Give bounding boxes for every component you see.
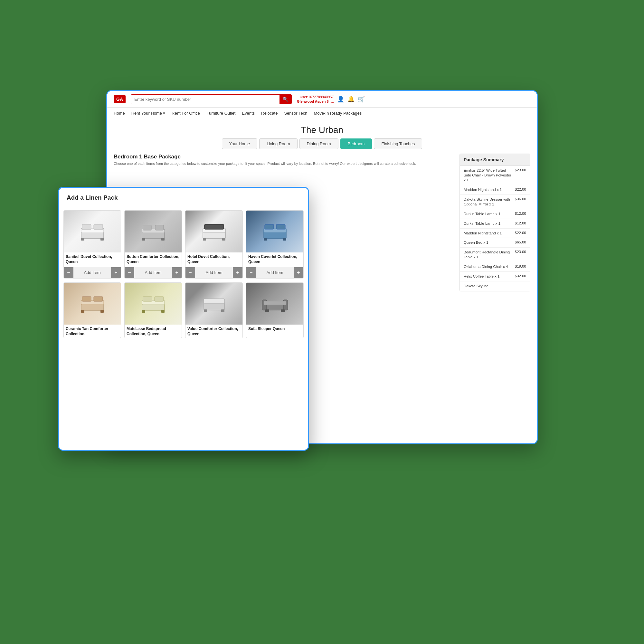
product-name-matelasse: Matelasse Bedspread Collection, Queen (125, 325, 182, 338)
search-button[interactable]: 🔍 (279, 95, 291, 104)
svg-rect-45 (281, 309, 285, 312)
svg-rect-2 (81, 238, 84, 241)
svg-rect-3 (100, 238, 104, 241)
nav-movein[interactable]: Move-In Ready Packages (314, 111, 362, 116)
nav-sensor[interactable]: Sensor Tech (284, 111, 307, 116)
nav-relocate[interactable]: Relocate (261, 111, 278, 116)
svg-rect-34 (155, 297, 164, 301)
svg-rect-27 (82, 297, 91, 301)
summary-item-5: Madden Nightstand x 1 $22.00 (460, 229, 530, 238)
summary-item-10: Dakota Skyline (460, 281, 530, 291)
svg-rect-19 (264, 238, 267, 241)
svg-rect-44 (265, 309, 269, 312)
product-name-sutton: Sutton Comforter Collection, Queen (125, 252, 182, 266)
add-item-row-sutton: − Add Item + (125, 267, 182, 278)
svg-rect-31 (142, 310, 145, 313)
nav-rent-office[interactable]: Rent For Office (172, 111, 200, 116)
svg-rect-10 (143, 225, 151, 230)
add-item-label-haven[interactable]: Add Item (256, 267, 294, 278)
product-card-sofa: Sofa Sleeper Queen (246, 282, 304, 338)
svg-rect-11 (155, 225, 164, 230)
fg-section-title: Add a Linen Pack (67, 194, 300, 201)
product-image-sutton (125, 211, 182, 252)
fg-header: Add a Linen Pack (59, 188, 308, 210)
svg-rect-21 (265, 224, 274, 229)
product-name-ceramic: Ceramic Tan Comforter Collection, (64, 325, 121, 338)
decrement-haven[interactable]: − (246, 267, 256, 278)
product-card-ceramic: Ceramic Tan Comforter Collection, (63, 282, 121, 338)
summary-item-0: Emilius 22.5" Wide Tufted Side Chair - B… (460, 166, 530, 185)
summary-item-6: Queen Bed x 1 $65.00 (460, 238, 530, 248)
add-item-row-sanibel: − Add Item + (64, 267, 121, 278)
tab-living-room[interactable]: Living Room (259, 138, 297, 149)
svg-rect-38 (204, 309, 207, 312)
product-image-sofa (246, 283, 303, 325)
product-image-matelasse (125, 283, 182, 325)
summary-item-3: Durkin Table Lamp x 1 $12.00 (460, 209, 530, 219)
product-image-ceramic (64, 283, 121, 325)
increment-hotel[interactable]: + (233, 267, 242, 278)
add-item-label-sanibel[interactable]: Add Item (73, 267, 111, 278)
decrement-hotel[interactable]: − (185, 267, 195, 278)
svg-rect-28 (94, 297, 103, 301)
package-title: Bedroom 1 Base Package (114, 154, 454, 160)
svg-rect-43 (264, 301, 286, 305)
summary-item-8: Oklahoma Dining Chair x 4 $19.00 (460, 262, 530, 272)
summary-item-2: Dakota Skyline Dresser with Optional Mir… (460, 195, 530, 209)
product-image-haven (246, 211, 303, 252)
bell-icon[interactable]: 🔔 (347, 96, 355, 103)
svg-rect-26 (100, 310, 104, 313)
product-name-sofa: Sofa Sleeper Queen (246, 325, 303, 333)
package-desc: Choose one of each items from the catego… (114, 161, 454, 166)
increment-sanibel[interactable]: + (111, 267, 121, 278)
product-name-sanibel: Sanibel Duvet Collection, Queen (64, 252, 121, 266)
product-image-value (185, 283, 242, 325)
tab-bedroom[interactable]: Bedroom (340, 138, 372, 149)
summary-box: Package Summary Emilius 22.5" Wide Tufte… (459, 154, 530, 291)
user-icon[interactable]: 👤 (337, 96, 344, 103)
nav-bar: GA 🔍 User:1672789940957 Glenwood Aspen 6… (107, 91, 537, 108)
product-image-hotel (185, 211, 242, 252)
user-info: User:1672789940957 Glenwood Aspen 6 -... (297, 95, 334, 104)
summary-sidebar: Package Summary Emilius 22.5" Wide Tufte… (459, 154, 530, 441)
svg-rect-15 (222, 238, 225, 241)
summary-header: Package Summary (460, 154, 530, 166)
foreground-card: Add a Linen Pack Sanibel Duvet Collectio… (58, 187, 309, 451)
increment-sutton[interactable]: + (172, 267, 182, 278)
search-input[interactable] (131, 95, 279, 104)
decrement-sutton[interactable]: − (125, 267, 134, 278)
add-item-label-hotel[interactable]: Add Item (195, 267, 233, 278)
cart-icon[interactable]: 🛒 (358, 96, 365, 103)
nav-home[interactable]: Home (114, 111, 125, 116)
tab-finishing-touches[interactable]: Finishing Touches (374, 138, 422, 149)
nav-furniture[interactable]: Furniture Outlet (206, 111, 235, 116)
increment-haven[interactable]: + (294, 267, 303, 278)
summary-item-9: Helix Coffee Table x 1 $32.00 (460, 272, 530, 281)
decrement-sanibel[interactable]: − (64, 267, 73, 278)
tab-bar: Your Home Living Room Dining Room Bedroo… (107, 138, 537, 154)
product-card-value: Value Comforter Collection, Queen (185, 282, 243, 338)
svg-rect-14 (203, 238, 206, 241)
product-card-hotel: Hotel Duvet Collection, Queen − Add Item… (185, 210, 243, 279)
nav-events[interactable]: Events (242, 111, 255, 116)
page-title: The Urban (107, 119, 537, 138)
product-card-sanibel: Sanibel Duvet Collection, Queen − Add It… (63, 210, 121, 279)
nav-rent-home[interactable]: Rent Your Home ▾ (131, 111, 165, 116)
chevron-down-icon: ▾ (163, 111, 165, 116)
svg-rect-22 (276, 224, 285, 229)
tab-your-home[interactable]: Your Home (222, 138, 258, 149)
fg-product-grid-row2: Ceramic Tan Comforter Collection, Matela… (59, 282, 308, 338)
svg-rect-25 (81, 310, 84, 313)
tab-dining-room[interactable]: Dining Room (299, 138, 338, 149)
search-bar[interactable]: 🔍 (131, 94, 292, 104)
svg-rect-5 (94, 224, 103, 230)
svg-rect-16 (204, 224, 224, 229)
product-card-matelasse: Matelasse Bedspread Collection, Queen (124, 282, 182, 338)
product-name-value: Value Comforter Collection, Queen (185, 325, 242, 338)
svg-rect-20 (283, 238, 286, 241)
add-item-label-sutton[interactable]: Add Item (134, 267, 172, 278)
svg-rect-4 (82, 224, 91, 230)
logo: GA (114, 95, 126, 103)
summary-item-4: Durkin Table Lamp x 1 $12.00 (460, 219, 530, 229)
fg-product-grid-row1: Sanibel Duvet Collection, Queen − Add It… (59, 210, 308, 279)
